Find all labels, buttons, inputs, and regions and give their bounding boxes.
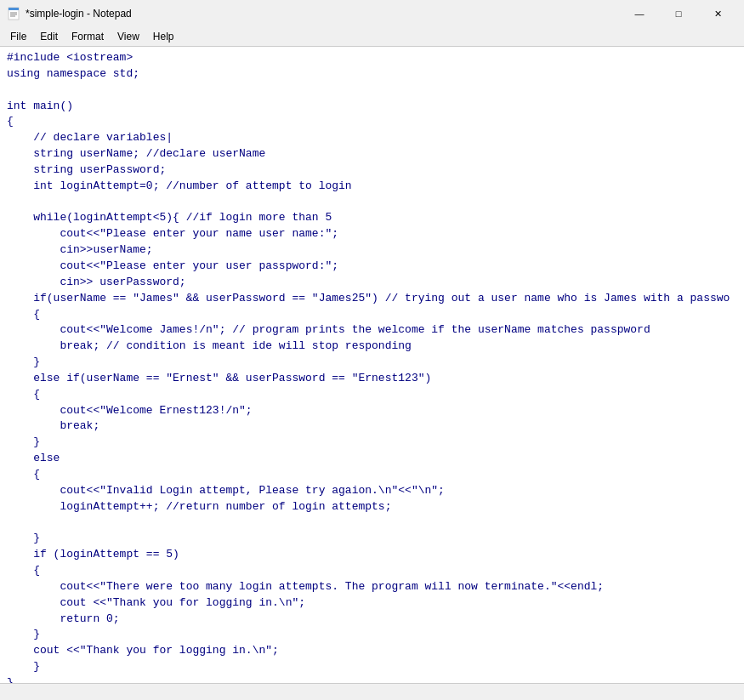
editor-textarea[interactable]: #include <iostream> using namespace std;… bbox=[0, 47, 744, 683]
minimize-button[interactable]: — bbox=[620, 0, 659, 27]
menu-view[interactable]: View bbox=[111, 27, 146, 46]
svg-rect-1 bbox=[9, 8, 19, 10]
window-controls: — □ ✕ bbox=[620, 0, 737, 27]
menu-help[interactable]: Help bbox=[146, 27, 181, 46]
menu-format[interactable]: Format bbox=[65, 27, 111, 46]
window-title: *simple-login - Notepad bbox=[26, 8, 132, 20]
title-bar: *simple-login - Notepad — □ ✕ bbox=[0, 0, 744, 27]
menu-edit[interactable]: Edit bbox=[33, 27, 65, 46]
notepad-icon bbox=[7, 7, 20, 20]
status-bar bbox=[0, 683, 744, 700]
menu-file[interactable]: File bbox=[3, 27, 33, 46]
close-button[interactable]: ✕ bbox=[698, 0, 737, 27]
title-bar-left: *simple-login - Notepad bbox=[7, 7, 132, 20]
menu-bar: File Edit Format View Help bbox=[0, 27, 744, 46]
maximize-button[interactable]: □ bbox=[659, 0, 698, 27]
editor-container: #include <iostream> using namespace std;… bbox=[0, 46, 744, 683]
